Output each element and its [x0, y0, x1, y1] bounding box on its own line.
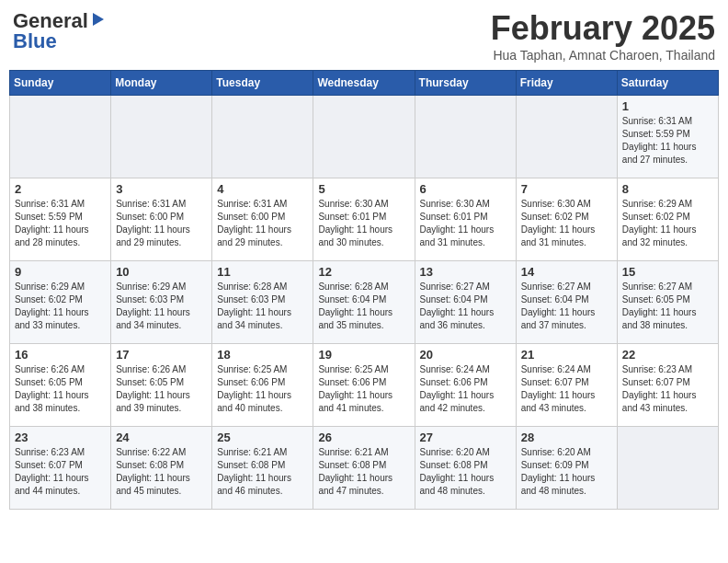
- calendar-table: SundayMondayTuesdayWednesdayThursdayFrid…: [9, 70, 719, 510]
- day-cell: 16Sunrise: 6:26 AM Sunset: 6:05 PM Dayli…: [10, 344, 111, 427]
- day-cell: 9Sunrise: 6:29 AM Sunset: 6:02 PM Daylig…: [10, 261, 111, 344]
- week-row-0: 1Sunrise: 6:31 AM Sunset: 5:59 PM Daylig…: [10, 96, 719, 178]
- day-cell: [415, 96, 516, 178]
- day-info: Sunrise: 6:24 AM Sunset: 6:07 PM Dayligh…: [521, 363, 612, 415]
- day-info: Sunrise: 6:20 AM Sunset: 6:09 PM Dayligh…: [521, 446, 612, 498]
- day-number: 23: [15, 431, 106, 444]
- day-cell: 5Sunrise: 6:30 AM Sunset: 6:01 PM Daylig…: [313, 178, 415, 261]
- title-block: February 2025 Hua Taphan, Amnat Charoen,…: [491, 9, 715, 63]
- week-row-3: 16Sunrise: 6:26 AM Sunset: 6:05 PM Dayli…: [10, 344, 719, 427]
- day-info: Sunrise: 6:26 AM Sunset: 6:05 PM Dayligh…: [15, 363, 106, 415]
- day-cell: 10Sunrise: 6:29 AM Sunset: 6:03 PM Dayli…: [111, 261, 212, 344]
- weekday-tuesday: Tuesday: [212, 71, 313, 96]
- day-cell: 15Sunrise: 6:27 AM Sunset: 6:05 PM Dayli…: [617, 261, 718, 344]
- day-info: Sunrise: 6:21 AM Sunset: 6:08 PM Dayligh…: [217, 446, 308, 498]
- day-cell: 27Sunrise: 6:20 AM Sunset: 6:08 PM Dayli…: [415, 427, 516, 510]
- day-info: Sunrise: 6:29 AM Sunset: 6:03 PM Dayligh…: [116, 281, 207, 332]
- day-cell: 20Sunrise: 6:24 AM Sunset: 6:06 PM Dayli…: [415, 344, 516, 427]
- day-number: 17: [116, 348, 207, 362]
- day-cell: 6Sunrise: 6:30 AM Sunset: 6:01 PM Daylig…: [415, 178, 516, 261]
- day-info: Sunrise: 6:31 AM Sunset: 5:59 PM Dayligh…: [622, 115, 713, 167]
- weekday-monday: Monday: [111, 71, 212, 96]
- svg-marker-0: [93, 13, 104, 26]
- day-number: 8: [622, 182, 713, 196]
- day-cell: 8Sunrise: 6:29 AM Sunset: 6:02 PM Daylig…: [617, 178, 718, 261]
- day-number: 18: [217, 348, 308, 362]
- month-title: February 2025: [491, 9, 715, 48]
- day-info: Sunrise: 6:29 AM Sunset: 6:02 PM Dayligh…: [15, 281, 106, 332]
- day-cell: [111, 96, 212, 178]
- day-cell: [516, 96, 617, 178]
- day-number: 7: [521, 182, 612, 196]
- day-cell: 12Sunrise: 6:28 AM Sunset: 6:04 PM Dayli…: [313, 261, 415, 344]
- day-cell: 17Sunrise: 6:26 AM Sunset: 6:05 PM Dayli…: [111, 344, 212, 427]
- day-cell: 28Sunrise: 6:20 AM Sunset: 6:09 PM Dayli…: [516, 427, 617, 510]
- day-info: Sunrise: 6:28 AM Sunset: 6:03 PM Dayligh…: [217, 281, 308, 332]
- day-number: 22: [622, 348, 713, 362]
- day-info: Sunrise: 6:29 AM Sunset: 6:02 PM Dayligh…: [622, 198, 713, 249]
- week-row-1: 2Sunrise: 6:31 AM Sunset: 5:59 PM Daylig…: [10, 178, 719, 261]
- day-info: Sunrise: 6:27 AM Sunset: 6:05 PM Dayligh…: [622, 281, 713, 332]
- day-number: 3: [116, 182, 207, 196]
- location: Hua Taphan, Amnat Charoen, Thailand: [491, 48, 715, 63]
- day-info: Sunrise: 6:30 AM Sunset: 6:01 PM Dayligh…: [318, 198, 409, 249]
- day-number: 26: [318, 431, 409, 444]
- day-number: 5: [318, 182, 409, 196]
- day-cell: 3Sunrise: 6:31 AM Sunset: 6:00 PM Daylig…: [111, 178, 212, 261]
- day-number: 2: [15, 182, 106, 196]
- day-number: 27: [420, 431, 511, 444]
- calendar-body: 1Sunrise: 6:31 AM Sunset: 5:59 PM Daylig…: [10, 96, 719, 510]
- day-cell: [617, 427, 718, 510]
- day-cell: 21Sunrise: 6:24 AM Sunset: 6:07 PM Dayli…: [516, 344, 617, 427]
- day-cell: 18Sunrise: 6:25 AM Sunset: 6:06 PM Dayli…: [212, 344, 313, 427]
- day-info: Sunrise: 6:31 AM Sunset: 6:00 PM Dayligh…: [116, 198, 207, 249]
- day-cell: 11Sunrise: 6:28 AM Sunset: 6:03 PM Dayli…: [212, 261, 313, 344]
- page-header: General Blue February 2025 Hua Taphan, A…: [9, 9, 719, 63]
- day-info: Sunrise: 6:21 AM Sunset: 6:08 PM Dayligh…: [318, 446, 409, 498]
- day-number: 28: [521, 431, 612, 444]
- logo-icon: [89, 11, 106, 28]
- day-number: 25: [217, 431, 308, 444]
- day-cell: 26Sunrise: 6:21 AM Sunset: 6:08 PM Dayli…: [313, 427, 415, 510]
- weekday-sunday: Sunday: [10, 71, 111, 96]
- weekday-thursday: Thursday: [415, 71, 516, 96]
- day-number: 6: [420, 182, 511, 196]
- weekday-saturday: Saturday: [617, 71, 718, 96]
- day-cell: 1Sunrise: 6:31 AM Sunset: 5:59 PM Daylig…: [617, 96, 718, 178]
- day-number: 15: [622, 265, 713, 279]
- day-cell: 25Sunrise: 6:21 AM Sunset: 6:08 PM Dayli…: [212, 427, 313, 510]
- day-number: 21: [521, 348, 612, 362]
- week-row-4: 23Sunrise: 6:23 AM Sunset: 6:07 PM Dayli…: [10, 427, 719, 510]
- day-cell: 14Sunrise: 6:27 AM Sunset: 6:04 PM Dayli…: [516, 261, 617, 344]
- day-number: 16: [15, 348, 106, 362]
- day-number: 9: [15, 265, 106, 279]
- day-info: Sunrise: 6:28 AM Sunset: 6:04 PM Dayligh…: [318, 281, 409, 332]
- day-cell: 24Sunrise: 6:22 AM Sunset: 6:08 PM Dayli…: [111, 427, 212, 510]
- day-number: 13: [420, 265, 511, 279]
- day-cell: [212, 96, 313, 178]
- day-cell: [313, 96, 415, 178]
- day-info: Sunrise: 6:22 AM Sunset: 6:08 PM Dayligh…: [116, 446, 207, 498]
- weekday-friday: Friday: [516, 71, 617, 96]
- day-info: Sunrise: 6:30 AM Sunset: 6:01 PM Dayligh…: [420, 198, 511, 249]
- day-number: 11: [217, 265, 308, 279]
- day-cell: 2Sunrise: 6:31 AM Sunset: 5:59 PM Daylig…: [10, 178, 111, 261]
- weekday-wednesday: Wednesday: [313, 71, 415, 96]
- day-info: Sunrise: 6:31 AM Sunset: 6:00 PM Dayligh…: [217, 198, 308, 249]
- day-number: 20: [420, 348, 511, 362]
- day-cell: 19Sunrise: 6:25 AM Sunset: 6:06 PM Dayli…: [313, 344, 415, 427]
- day-cell: 7Sunrise: 6:30 AM Sunset: 6:02 PM Daylig…: [516, 178, 617, 261]
- day-info: Sunrise: 6:24 AM Sunset: 6:06 PM Dayligh…: [420, 363, 511, 415]
- logo: General Blue: [13, 9, 106, 53]
- day-info: Sunrise: 6:27 AM Sunset: 6:04 PM Dayligh…: [420, 281, 511, 332]
- day-info: Sunrise: 6:26 AM Sunset: 6:05 PM Dayligh…: [116, 363, 207, 415]
- day-number: 19: [318, 348, 409, 362]
- day-info: Sunrise: 6:25 AM Sunset: 6:06 PM Dayligh…: [318, 363, 409, 415]
- day-info: Sunrise: 6:30 AM Sunset: 6:02 PM Dayligh…: [521, 198, 612, 249]
- week-row-2: 9Sunrise: 6:29 AM Sunset: 6:02 PM Daylig…: [10, 261, 719, 344]
- day-cell: 13Sunrise: 6:27 AM Sunset: 6:04 PM Dayli…: [415, 261, 516, 344]
- day-number: 10: [116, 265, 207, 279]
- day-info: Sunrise: 6:23 AM Sunset: 6:07 PM Dayligh…: [15, 446, 106, 498]
- day-info: Sunrise: 6:20 AM Sunset: 6:08 PM Dayligh…: [420, 446, 511, 498]
- day-number: 12: [318, 265, 409, 279]
